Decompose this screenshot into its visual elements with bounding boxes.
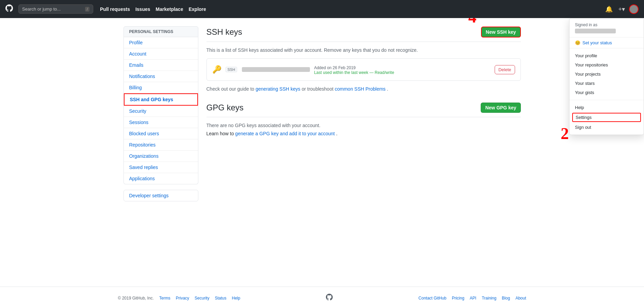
plus-icon[interactable]: +▾: [617, 4, 626, 14]
slash-badge: /: [85, 7, 89, 12]
pull-requests-link[interactable]: Pull requests: [100, 6, 130, 12]
gpg-section: GPG keys New GPG key There are no GPG ke…: [207, 103, 521, 136]
footer-help-link[interactable]: Help: [232, 296, 240, 301]
footer-pricing-link[interactable]: Pricing: [452, 296, 464, 301]
footer-api-link[interactable]: API: [470, 296, 476, 301]
topnav-links: Pull requests Issues Marketplace Explore: [100, 6, 206, 12]
footer-blog-link[interactable]: Blog: [502, 296, 510, 301]
sidebar-item-developer-settings[interactable]: Developer settings: [124, 190, 198, 201]
ssh-section-title: SSH keys New SSH key 4: [207, 26, 521, 42]
personal-settings-heading: Personal settings: [123, 26, 198, 37]
footer-inner: © 2019 GitHub, Inc. Terms Privacy Securi…: [118, 294, 526, 302]
sidebar-item-organizations[interactable]: Organizations: [124, 151, 198, 162]
key-details: Added on 26 Feb 2019 Last used within th…: [314, 64, 491, 75]
key-icon: 🔑: [212, 65, 221, 74]
signed-in-as-label: Signed in as: [575, 22, 638, 27]
delete-ssh-key-button[interactable]: Delete: [495, 65, 515, 74]
footer: © 2019 GitHub, Inc. Terms Privacy Securi…: [0, 287, 644, 307]
gpg-section-title: GPG keys New GPG key: [207, 103, 521, 117]
key-name-blurred: [242, 67, 310, 72]
sign-out-link[interactable]: Sign out: [569, 123, 644, 132]
key-last-used: Last used within the last week — Read/wr…: [314, 70, 491, 75]
guide-text: Check out our guide to generating SSH ke…: [207, 86, 521, 92]
sidebar-item-account[interactable]: Account: [124, 48, 198, 60]
sidebar: Personal settings Profile Account Emails…: [123, 26, 198, 278]
sidebar-item-billing[interactable]: Billing: [124, 82, 198, 93]
developer-settings-section: Developer settings: [123, 190, 198, 201]
avatar-image: [630, 5, 638, 13]
your-profile-link[interactable]: Your profile: [569, 51, 644, 60]
search-input[interactable]: Search or jump to... /: [18, 4, 93, 14]
footer-left: © 2019 GitHub, Inc. Terms Privacy Securi…: [118, 296, 241, 301]
sidebar-item-applications[interactable]: Applications: [124, 173, 198, 184]
footer-contact-github-link[interactable]: Contact GitHub: [418, 296, 446, 301]
your-repositories-link[interactable]: Your repositories: [569, 60, 644, 70]
github-logo-icon[interactable]: [5, 4, 13, 14]
settings-link[interactable]: Settings: [572, 113, 641, 122]
footer-training-link[interactable]: Training: [482, 296, 496, 301]
footer-right: Contact GitHub Pricing API Training Blog…: [418, 296, 526, 301]
topnav: Search or jump to... / Pull requests Iss…: [0, 0, 644, 18]
footer-terms-link[interactable]: Terms: [159, 296, 170, 301]
sidebar-item-sessions[interactable]: Sessions: [124, 117, 198, 128]
topnav-right: 🔔 +▾: [604, 4, 639, 14]
your-stars-link[interactable]: Your stars: [569, 79, 644, 88]
footer-security-link[interactable]: Security: [195, 296, 209, 301]
ssh-key-card: 🔑 SSH Added on 26 Feb 2019 Last used wit…: [207, 58, 521, 81]
footer-about-link[interactable]: About: [515, 296, 526, 301]
sidebar-item-repositories[interactable]: Repositories: [124, 139, 198, 151]
page-content: Personal settings Profile Account Emails…: [118, 18, 526, 287]
footer-status-link[interactable]: Status: [215, 296, 226, 301]
sidebar-item-notifications[interactable]: Notifications: [124, 71, 198, 82]
sidebar-item-blocked-users[interactable]: Blocked users: [124, 128, 198, 139]
footer-privacy-link[interactable]: Privacy: [176, 296, 189, 301]
generating-ssh-keys-link[interactable]: generating SSH keys: [255, 86, 300, 92]
set-status-link[interactable]: 😊 Set your status: [569, 37, 644, 48]
user-dropdown-menu: Signed in as 1 😊 Set your status Your pr…: [569, 18, 644, 135]
smiley-icon: 😊: [575, 40, 580, 45]
sidebar-item-ssh-gpg[interactable]: SSH and GPG keys: [124, 93, 198, 106]
help-link[interactable]: Help: [569, 103, 644, 112]
dropdown-section-settings: Help Settings 2 Sign out: [569, 100, 644, 135]
new-gpg-key-button[interactable]: New GPG key: [481, 103, 521, 113]
dropdown-header: Signed in as 1: [569, 18, 644, 37]
ssh-label-badge: SSH: [226, 67, 237, 72]
explore-link[interactable]: Explore: [188, 6, 206, 12]
gpg-learn-text: Learn how to generate a GPG key and add …: [207, 131, 521, 136]
your-gists-link[interactable]: Your gists: [569, 88, 644, 97]
sidebar-item-saved-replies[interactable]: Saved replies: [124, 162, 198, 173]
sidebar-nav: Profile Account Emails Notifications Bil…: [123, 37, 198, 184]
avatar[interactable]: [629, 4, 639, 14]
footer-github-logo: [326, 294, 333, 302]
issues-link[interactable]: Issues: [135, 6, 150, 12]
your-projects-link[interactable]: Your projects: [569, 70, 644, 79]
gpg-learn-link[interactable]: generate a GPG key and add it to your ac…: [235, 131, 335, 136]
main-content: SSH keys New SSH key 4 This is a list of…: [207, 26, 521, 278]
key-added-date: Added on 26 Feb 2019: [314, 65, 491, 70]
marketplace-link[interactable]: Marketplace: [156, 6, 183, 12]
username-blurred: [575, 29, 616, 33]
dropdown-section-profile: Your profile Your repositories Your proj…: [569, 48, 644, 100]
ssh-description: This is a list of SSH keys associated wi…: [207, 47, 521, 53]
footer-copyright: © 2019 GitHub, Inc.: [118, 296, 154, 301]
gpg-empty-message: There are no GPG keys associated with yo…: [207, 123, 521, 128]
notifications-icon[interactable]: 🔔: [604, 4, 614, 14]
sidebar-item-profile[interactable]: Profile: [124, 37, 198, 48]
ssh-problems-link[interactable]: common SSH Problems: [335, 86, 385, 92]
sidebar-item-emails[interactable]: Emails: [124, 60, 198, 71]
new-ssh-key-button[interactable]: New SSH key: [481, 27, 521, 37]
sidebar-item-security[interactable]: Security: [124, 106, 198, 117]
